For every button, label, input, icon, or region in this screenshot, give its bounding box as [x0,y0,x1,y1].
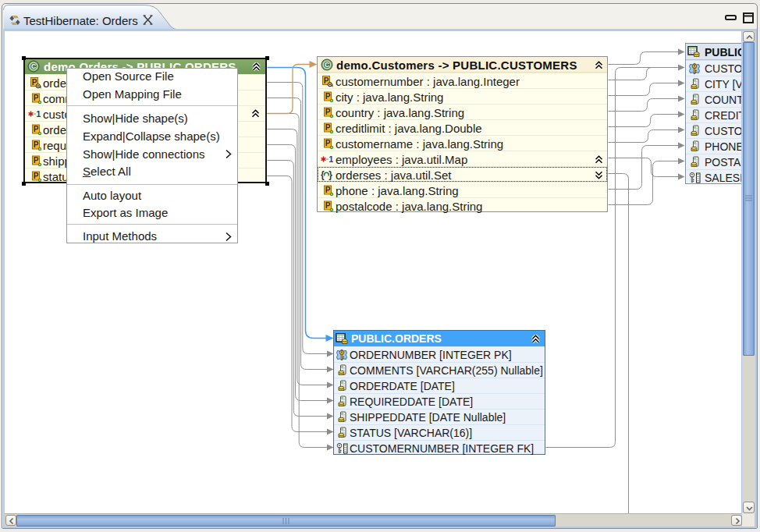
svg-text:P: P [34,94,39,102]
svg-text:P: P [34,172,39,180]
svg-text:P: P [34,140,39,149]
svg-text:P: P [325,108,331,116]
svg-text:1: 1 [36,109,41,119]
svg-text:P: P [325,201,331,210]
svg-text:1: 1 [329,154,333,164]
svg-text:C: C [31,62,36,70]
svg-text:P: P [325,139,331,147]
svg-text:P: P [325,92,331,101]
svg-text:P: P [325,123,331,132]
svg-text:P: P [34,156,39,165]
svg-text:C: C [325,61,329,69]
svg-text:P: P [325,186,331,194]
svg-text:P: P [34,125,39,133]
